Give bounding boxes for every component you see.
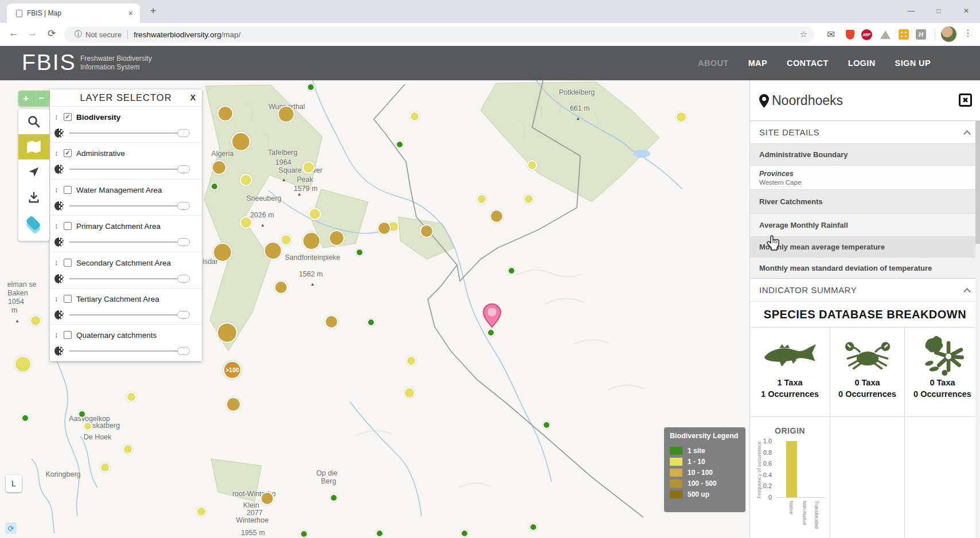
browser-menu-icon[interactable]: ⋮ bbox=[963, 28, 973, 38]
site-marker-tan[interactable] bbox=[302, 232, 321, 250]
slider-handle[interactable] bbox=[177, 347, 190, 355]
site-marker-green[interactable] bbox=[376, 529, 384, 537]
site-cluster-marker[interactable]: >100 bbox=[223, 361, 241, 379]
search-button[interactable] bbox=[18, 109, 49, 134]
site-marker-yellow[interactable] bbox=[196, 506, 206, 517]
h-extension-icon[interactable]: H bbox=[915, 29, 927, 40]
site-marker-yellow[interactable] bbox=[404, 387, 415, 399]
opacity-slider[interactable] bbox=[69, 241, 183, 243]
slider-handle[interactable] bbox=[177, 129, 190, 137]
layer-checkbox[interactable]: ✓ bbox=[64, 149, 72, 157]
site-marker-green[interactable] bbox=[307, 83, 315, 91]
reorder-icon[interactable]: ↕ bbox=[54, 149, 58, 157]
drive-extension-icon[interactable] bbox=[880, 29, 891, 40]
site-marker-yellow[interactable] bbox=[477, 194, 487, 204]
fbis-logo[interactable]: FBIS bbox=[22, 50, 76, 75]
panel-scrollbar-thumb[interactable] bbox=[975, 120, 980, 244]
site-marker-green[interactable] bbox=[460, 529, 468, 537]
site-marker-green[interactable] bbox=[330, 494, 338, 502]
site-marker-green[interactable] bbox=[78, 410, 86, 418]
layer-checkbox[interactable]: ✓ bbox=[64, 113, 72, 121]
new-tab-button[interactable]: + bbox=[145, 2, 162, 20]
dice-extension-icon[interactable] bbox=[898, 29, 909, 40]
opacity-slider[interactable] bbox=[69, 314, 183, 315]
detail-row-administrative-boundary[interactable]: Administrative Boundary bbox=[750, 143, 980, 165]
site-marker-tan[interactable] bbox=[329, 230, 345, 246]
page-info-icon[interactable]: ⓘ bbox=[75, 29, 82, 40]
shield-extension-icon[interactable] bbox=[844, 29, 856, 40]
site-marker-yellow[interactable] bbox=[676, 111, 687, 123]
slider-handle[interactable] bbox=[177, 311, 190, 319]
reorder-icon[interactable]: ↕ bbox=[54, 112, 58, 121]
site-marker-yellow[interactable] bbox=[524, 194, 534, 204]
slider-handle[interactable] bbox=[177, 165, 190, 173]
reorder-icon[interactable]: ↕ bbox=[54, 221, 58, 230]
forward-button[interactable]: → bbox=[25, 28, 39, 39]
mini-refresh-icon[interactable]: ⟳ bbox=[5, 523, 17, 534]
layer-checkbox[interactable] bbox=[64, 331, 72, 339]
browser-tab[interactable]: FBIS | Map × bbox=[7, 3, 140, 23]
window-maximize-button[interactable]: □ bbox=[925, 0, 952, 22]
map-canvas[interactable]: WupperthalAlgeriaTafelberg1964Square Tow… bbox=[0, 80, 749, 538]
detail-row-monthly-mean-stddev-temperature[interactable]: Monthly mean standard deviation of tempe… bbox=[750, 257, 980, 278]
detail-row-monthly-mean-average-temperature[interactable]: Monthly mean average temperature bbox=[750, 236, 980, 257]
site-marker-yellow[interactable] bbox=[30, 315, 41, 326]
layer-checkbox[interactable] bbox=[64, 186, 72, 194]
panel-close-button[interactable]: ✖ bbox=[959, 93, 972, 107]
site-marker-yellow[interactable] bbox=[240, 174, 252, 186]
tab-close-icon[interactable]: × bbox=[127, 9, 134, 18]
scale-toggle-button[interactable]: L bbox=[6, 475, 22, 492]
site-marker-green[interactable] bbox=[300, 530, 308, 538]
basemap-layers-button[interactable] bbox=[18, 210, 49, 235]
site-marker-green[interactable] bbox=[542, 421, 550, 429]
layer-selector-close-button[interactable]: X bbox=[190, 93, 196, 102]
bookmark-star-icon[interactable]: ☆ bbox=[800, 29, 807, 40]
slider-handle[interactable] bbox=[177, 238, 190, 246]
layer-checkbox[interactable] bbox=[64, 259, 72, 267]
panel-scrollbar[interactable] bbox=[975, 120, 980, 538]
mail-extension-icon[interactable]: ✉ bbox=[825, 29, 837, 40]
site-marker-tan[interactable] bbox=[420, 224, 434, 238]
map-view-button[interactable] bbox=[18, 134, 49, 159]
site-marker-tan[interactable] bbox=[274, 280, 288, 294]
site-marker-green[interactable] bbox=[367, 318, 375, 326]
site-details-section-header[interactable]: SITE DETAILS bbox=[750, 120, 980, 143]
site-marker-green[interactable] bbox=[21, 414, 29, 422]
site-marker-green[interactable] bbox=[529, 523, 537, 531]
locate-button[interactable] bbox=[18, 159, 49, 185]
opacity-slider[interactable] bbox=[69, 169, 183, 170]
site-marker-green[interactable] bbox=[487, 329, 495, 337]
nav-about[interactable]: ABOUT bbox=[698, 59, 729, 68]
site-marker-yellow[interactable] bbox=[126, 392, 136, 402]
reorder-icon[interactable]: ↕ bbox=[54, 185, 58, 194]
site-marker-tan[interactable] bbox=[325, 315, 338, 329]
nav-contact[interactable]: CONTACT bbox=[787, 59, 829, 68]
site-marker-yellow[interactable] bbox=[240, 216, 252, 229]
site-marker-tan[interactable] bbox=[213, 243, 232, 262]
layer-checkbox[interactable] bbox=[64, 295, 72, 303]
opacity-slider[interactable] bbox=[69, 278, 183, 279]
site-marker-tan[interactable] bbox=[377, 221, 391, 235]
site-marker-tan[interactable] bbox=[260, 492, 274, 505]
layer-checkbox[interactable] bbox=[64, 222, 72, 230]
reorder-icon[interactable]: ↕ bbox=[54, 330, 58, 339]
site-marker-green[interactable] bbox=[210, 182, 218, 190]
selected-site-pin[interactable] bbox=[482, 303, 502, 328]
site-marker-yellow[interactable] bbox=[406, 356, 416, 366]
reorder-icon[interactable]: ↕ bbox=[54, 258, 58, 267]
site-marker-tan[interactable] bbox=[226, 397, 241, 412]
site-marker-green[interactable] bbox=[396, 141, 404, 149]
profile-avatar[interactable] bbox=[941, 26, 956, 42]
zoom-in-button[interactable]: + bbox=[18, 91, 34, 106]
slider-handle[interactable] bbox=[177, 202, 190, 210]
site-marker-tan[interactable] bbox=[264, 241, 282, 260]
site-marker-green[interactable] bbox=[356, 248, 364, 256]
site-marker-tan[interactable] bbox=[490, 209, 503, 223]
site-marker-yellow[interactable] bbox=[280, 234, 292, 245]
site-marker-yellow[interactable] bbox=[302, 161, 315, 174]
slider-handle[interactable] bbox=[177, 275, 190, 283]
adblock-plus-extension-icon[interactable]: ABP bbox=[861, 29, 872, 40]
nav-map[interactable]: MAP bbox=[748, 59, 767, 68]
detail-row-river-catchments[interactable]: River Catchments bbox=[750, 189, 980, 213]
zoom-out-button[interactable]: − bbox=[34, 91, 49, 106]
